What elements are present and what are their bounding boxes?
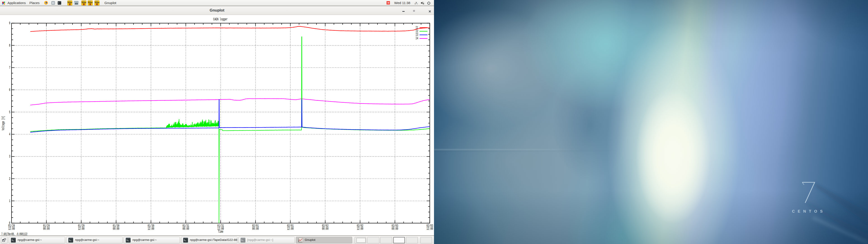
svg-text:Midas: Midas [94, 1, 99, 3]
svg-text:8: 8 [9, 43, 10, 48]
svg-text:6: 6 [9, 88, 10, 92]
svg-text:2: 2 [9, 177, 10, 181]
svg-text:00:00: 00:00 [183, 226, 189, 231]
svg-text:7: 7 [9, 65, 10, 70]
svg-text:3: 3 [9, 154, 10, 159]
svg-text:9: 9 [9, 21, 10, 25]
svg-text:CENTOS: CENTOS [792, 209, 826, 214]
svg-text:?: ? [415, 2, 417, 4]
svg-text:00:00: 00:00 [322, 226, 329, 231]
svg-text:Voltage [V]: Voltage [V] [1, 116, 5, 130]
svg-text:Midas: Midas [67, 1, 72, 3]
svg-text:1: 1 [9, 199, 10, 203]
svg-text:12:00: 12:00 [357, 226, 363, 231]
svg-text:00:00: 00:00 [252, 226, 259, 231]
svg-text:12:00: 12:00 [78, 226, 85, 231]
svg-text:12:00: 12:00 [148, 226, 154, 231]
svg-text:Midas: Midas [88, 1, 92, 3]
svg-text:12:00: 12:00 [8, 226, 15, 231]
svg-text:00:00: 00:00 [43, 226, 50, 231]
svg-text:4: 4 [9, 132, 10, 136]
svg-text:12:00: 12:00 [427, 226, 433, 231]
svg-text:00:00: 00:00 [113, 226, 119, 231]
svg-text:I4: I4 [415, 36, 418, 40]
svg-text:5: 5 [9, 110, 10, 114]
svg-text:CAEN logger: CAEN logger [213, 17, 228, 22]
svg-text:Time: Time [218, 230, 223, 234]
svg-text:00:00: 00:00 [392, 226, 398, 231]
svg-text:Midas: Midas [81, 1, 86, 3]
svg-text:12:00: 12:00 [287, 226, 293, 231]
